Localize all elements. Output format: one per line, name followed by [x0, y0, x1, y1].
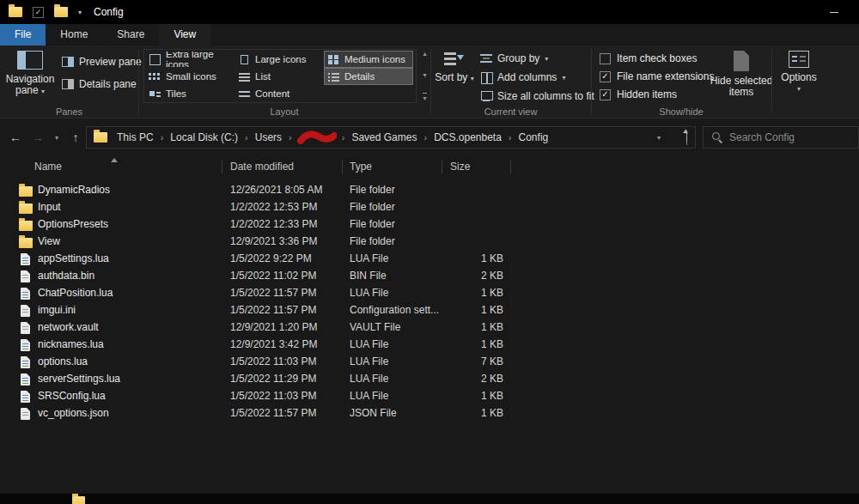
- column-header-date-modified[interactable]: Date modified: [230, 156, 294, 177]
- navigation-pane-button[interactable]: Navigation pane ▾: [3, 47, 57, 97]
- table-row[interactable]: authdata.bin 1/5/2022 11:02 PM BIN File …: [0, 267, 859, 284]
- checkbox[interactable]: ✓: [600, 71, 611, 82]
- table-row[interactable]: OptionsPresets 1/2/2022 12:33 PM File fo…: [0, 216, 859, 233]
- tab-view[interactable]: View: [159, 24, 210, 46]
- gallery-scroll-down-icon[interactable]: ▾: [423, 71, 426, 79]
- file-type: LUA File: [350, 250, 388, 267]
- back-button[interactable]: ←: [6, 127, 25, 148]
- file-type: LUA File: [350, 284, 388, 301]
- medium-icons-icon: [327, 54, 340, 65]
- table-row[interactable]: Input 1/2/2022 12:53 PM File folder: [0, 198, 859, 216]
- file-date-modified: 1/5/2022 11:03 PM: [230, 387, 317, 404]
- column-header-type[interactable]: Type: [350, 156, 372, 177]
- preview-pane-icon: [62, 57, 74, 67]
- file-size: 7 KB: [430, 353, 503, 370]
- table-row[interactable]: vc_options.json 1/5/2022 11:57 PM JSON F…: [0, 404, 859, 422]
- group-by-button[interactable]: Group by ▾: [477, 50, 598, 67]
- breadcrumb-separator: ›: [156, 132, 168, 143]
- file-name-extensions-option[interactable]: ✓ File name extensions: [600, 68, 714, 85]
- file-size: 1 KB: [430, 301, 503, 319]
- layout-item-large-icons[interactable]: Large icons: [235, 51, 324, 68]
- chevron-down-icon: ▾: [545, 55, 548, 63]
- table-row[interactable]: network.vault 12/9/2021 1:20 PM VAULT Fi…: [0, 319, 859, 336]
- breadcrumb-local-disk-c[interactable]: Local Disk (C:): [168, 131, 241, 143]
- details-pane-button[interactable]: Details pane: [58, 76, 145, 93]
- column-divider[interactable]: [510, 160, 511, 174]
- refresh-button[interactable]: [686, 132, 688, 144]
- add-columns-button[interactable]: Add columns ▾: [477, 69, 598, 86]
- file-date-modified: 12/26/2021 8:05 AM: [230, 181, 322, 198]
- address-dropdown-icon[interactable]: ▾: [650, 127, 667, 148]
- file-name: SRSConfig.lua: [38, 387, 106, 404]
- checkbox[interactable]: ✓: [600, 53, 611, 64]
- layout-item-tiles[interactable]: Tiles: [145, 85, 235, 102]
- layout-item-medium-icons[interactable]: Medium icons: [324, 51, 413, 68]
- column-divider[interactable]: [442, 160, 442, 174]
- recent-locations-icon[interactable]: ▾: [51, 127, 63, 148]
- table-row[interactable]: DynamicRadios 12/26/2021 8:05 AM File fo…: [0, 181, 859, 198]
- table-row[interactable]: ChatPosition.lua 1/5/2022 11:57 PM LUA F…: [0, 284, 859, 301]
- layout-item-content[interactable]: Content: [235, 85, 324, 102]
- forward-button[interactable]: →: [28, 127, 47, 148]
- column-header-size[interactable]: Size: [450, 156, 470, 177]
- file-type: File folder: [350, 198, 395, 216]
- hidden-items-option[interactable]: ✓ Hidden items: [600, 86, 714, 103]
- redacted-username-scribble[interactable]: [295, 131, 339, 148]
- sort-by-icon: [444, 51, 465, 68]
- table-row[interactable]: serverSettings.lua 1/5/2022 11:29 PM LUA…: [0, 370, 859, 387]
- table-row[interactable]: imgui.ini 1/5/2022 11:57 PM Configuratio…: [0, 301, 859, 319]
- up-button[interactable]: ↑: [66, 127, 85, 148]
- address-bar[interactable]: This PC › Local Disk (C:) › Users › › Sa…: [86, 126, 696, 149]
- breadcrumb-dcs-openbeta[interactable]: DCS.openbeta: [431, 131, 504, 143]
- breadcrumb: This PC › Local Disk (C:) › Users › › Sa…: [114, 129, 551, 146]
- search-box[interactable]: [703, 126, 859, 149]
- layout-item-small-icons[interactable]: Small icons: [145, 68, 235, 85]
- taskbar-explorer-icon[interactable]: [72, 496, 85, 504]
- column-divider[interactable]: [342, 160, 343, 174]
- breadcrumb-saved-games[interactable]: Saved Games: [349, 131, 419, 143]
- layout-item-details[interactable]: Details: [324, 68, 413, 85]
- hide-selected-items-button[interactable]: Hide selected items: [710, 47, 773, 98]
- table-row[interactable]: View 12/9/2021 3:36 PM File folder: [0, 233, 859, 250]
- column-divider[interactable]: [222, 160, 222, 174]
- tab-share[interactable]: Share: [102, 24, 159, 46]
- lua-file-icon: [21, 253, 30, 265]
- gallery-expand-icon[interactable]: ▾: [423, 93, 426, 102]
- file-type: VAULT File: [350, 319, 400, 336]
- table-row[interactable]: options.lua 1/5/2022 11:03 PM LUA File 7…: [0, 353, 859, 370]
- search-input[interactable]: [729, 131, 841, 143]
- breadcrumb-users[interactable]: Users: [253, 131, 284, 143]
- new-folder-icon[interactable]: [54, 7, 68, 17]
- preview-pane-button[interactable]: Preview pane: [58, 53, 145, 70]
- size-all-columns-button[interactable]: Size all columns to fit: [477, 88, 598, 105]
- file-icon: [21, 408, 30, 420]
- checkbox[interactable]: ✓: [600, 89, 611, 100]
- breadcrumb-config[interactable]: Config: [516, 131, 551, 143]
- minimize-button[interactable]: [816, 0, 852, 24]
- table-row[interactable]: appSettings.lua 1/5/2022 9:22 PM LUA Fil…: [0, 250, 859, 267]
- file-size: 1 KB: [430, 319, 503, 336]
- file-icon: [21, 270, 30, 282]
- layout-item-extra-large-icons[interactable]: Extra large icons: [145, 51, 235, 68]
- tab-file[interactable]: File: [0, 24, 46, 46]
- options-button[interactable]: Options ▾: [771, 47, 826, 94]
- gallery-scroll-up-icon[interactable]: ▴: [423, 50, 426, 58]
- item-check-boxes-option[interactable]: ✓ Item check boxes: [600, 50, 714, 67]
- folder-icon: [94, 132, 107, 143]
- layout-item-list[interactable]: List: [235, 68, 324, 85]
- file-date-modified: 12/9/2021 3:36 PM: [230, 233, 317, 250]
- file-name: authdata.bin: [38, 267, 94, 284]
- sort-ascending-icon: [111, 158, 118, 162]
- file-type: File folder: [350, 181, 395, 198]
- tab-home[interactable]: Home: [46, 24, 102, 46]
- table-row[interactable]: SRSConfig.lua 1/5/2022 11:03 PM LUA File…: [0, 387, 859, 404]
- check-icon[interactable]: ✓: [33, 7, 44, 18]
- table-row[interactable]: nicknames.lua 12/9/2021 3:42 PM LUA File…: [0, 336, 859, 353]
- file-type: Configuration sett...: [350, 301, 439, 319]
- qat-dropdown-icon[interactable]: ▾: [78, 9, 82, 16]
- checkbox-label: Hidden items: [617, 88, 677, 100]
- address-bar-row: ← → ▾ ↑ This PC › Local Disk (C:) › User…: [0, 119, 859, 155]
- sort-by-button[interactable]: Sort by ▾: [434, 47, 475, 84]
- column-header-name[interactable]: Name: [34, 156, 62, 177]
- breadcrumb-this-pc[interactable]: This PC: [114, 131, 156, 143]
